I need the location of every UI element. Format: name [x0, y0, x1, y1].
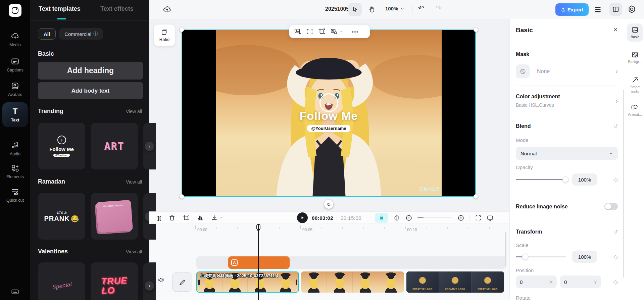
sidebar-item-elements[interactable]: Elements: [0, 164, 30, 180]
track-manager-button[interactable]: [593, 5, 602, 14]
replace-image-button[interactable]: [294, 28, 301, 35]
template-tile-art[interactable]: ART: [91, 123, 138, 169]
sidebar-item-media[interactable]: Media: [0, 32, 30, 48]
cloud-sync-icon[interactable]: [163, 5, 171, 14]
valentines-view-all-link[interactable]: View all: [126, 249, 142, 254]
zoom-in-timeline-button[interactable]: [457, 214, 464, 221]
scale-slider[interactable]: [516, 256, 566, 257]
template-tile-we-should[interactable]: We should remem...: [91, 193, 138, 240]
reduce-noise-toggle[interactable]: [604, 203, 618, 210]
download-button[interactable]: [211, 214, 222, 221]
mask-selector[interactable]: None ›: [516, 64, 618, 78]
more-options-button[interactable]: •••: [352, 29, 359, 34]
overlay-username-text[interactable]: @YourUsername: [307, 125, 350, 132]
resize-handle-top-right[interactable]: [474, 28, 478, 32]
timeline[interactable]: 00:00 00:05 00:10 A 生成梵高风格插画 - 2025-10-0…: [149, 224, 509, 300]
current-time: 00:03:02: [312, 215, 333, 221]
tab-basic[interactable]: Basic: [627, 23, 643, 42]
resize-handle-bottom-left[interactable]: [180, 194, 184, 199]
ramadan-view-all-link[interactable]: View all: [126, 179, 142, 185]
crop-button[interactable]: [183, 214, 190, 221]
app-logo[interactable]: [9, 4, 21, 17]
keyboard-shortcuts-button[interactable]: [0, 287, 30, 296]
position-control: 0 X 0 Y ◇: [516, 276, 618, 288]
filter-commercial[interactable]: Commercial ⓘ: [59, 28, 103, 40]
close-icon[interactable]: ✕: [613, 27, 618, 33]
sidebar-item-quick-cut[interactable]: Quick cut: [0, 187, 30, 203]
timeline-scrollbar[interactable]: [505, 232, 506, 266]
play-button[interactable]: [297, 212, 308, 223]
inspector-scrollbar[interactable]: [623, 90, 624, 278]
add-body-text-button[interactable]: Add body text: [38, 82, 143, 99]
draft-edit-button[interactable]: [172, 272, 192, 292]
split-preview-button[interactable]: [393, 214, 400, 221]
sidebar-item-captions[interactable]: Captions: [0, 57, 30, 73]
filter-all[interactable]: All: [38, 28, 56, 40]
position-x-field[interactable]: 0 X: [516, 276, 557, 288]
settings-button[interactable]: [627, 5, 636, 14]
video-clip[interactable]: [301, 271, 404, 293]
trim-handle-left[interactable]: [198, 280, 200, 285]
panel-layout-button[interactable]: [609, 3, 622, 16]
sidebar-item-text[interactable]: T Text: [2, 102, 28, 127]
trending-view-all-link[interactable]: View all: [126, 109, 142, 114]
scale-value-field[interactable]: 100%: [572, 251, 597, 263]
preview-display-button[interactable]: [487, 214, 494, 221]
reset-blend-icon[interactable]: ↺: [613, 123, 618, 130]
text-clip[interactable]: A: [228, 256, 290, 269]
position-keyframe-icon[interactable]: ◇: [613, 279, 618, 286]
tab-text-effects[interactable]: Text effects: [100, 5, 134, 12]
template-tile-special[interactable]: Special: [38, 262, 85, 300]
tab-background[interactable]: Backgr...: [626, 51, 644, 64]
tab-animation[interactable]: Animat...: [626, 104, 644, 117]
cursor-tool-button[interactable]: [348, 3, 362, 16]
opacity-slider[interactable]: [516, 179, 566, 180]
split-clip-button[interactable]: ][: [157, 215, 161, 221]
pip-button[interactable]: [330, 28, 342, 35]
video-clip-selected[interactable]: 生成梵高风格插画 - 2025-10-03T235711.4: [196, 271, 299, 293]
ratio-button[interactable]: Ratio: [154, 24, 175, 46]
logo-video-clip[interactable]: CREATIVE LOGO CREATIVE LOGO CREATIVE LOG…: [406, 271, 504, 293]
tab-text-templates[interactable]: Text templates: [39, 5, 81, 12]
video-canvas[interactable]: ♪ Follow Me @YourUsername 豆包AI生成 ↻: [182, 30, 476, 196]
position-y-field[interactable]: 0 Y: [560, 276, 601, 288]
crop-button[interactable]: [318, 28, 326, 35]
hand-tool-button[interactable]: [366, 3, 378, 15]
scale-slider-thumb[interactable]: [522, 254, 528, 260]
sidebar-item-avatars[interactable]: Avatars: [0, 82, 30, 98]
opacity-slider-thumb[interactable]: [562, 177, 568, 183]
template-tile-prank[interactable]: it's a PRANK 😂: [38, 193, 85, 240]
opacity-keyframe-icon[interactable]: ◇: [613, 176, 618, 183]
export-button[interactable]: Export: [555, 3, 589, 16]
rotate-handle[interactable]: ↻: [324, 200, 333, 209]
template-tile-true-love[interactable]: TRUE LO: [91, 262, 138, 300]
trim-handle-right[interactable]: [296, 280, 297, 285]
reset-transform-icon[interactable]: ↺: [613, 229, 618, 235]
opacity-value-field[interactable]: 100%: [572, 173, 597, 186]
fit-frame-button[interactable]: [306, 28, 313, 35]
overlay-title-text[interactable]: Follow Me: [182, 109, 476, 122]
canvas-zoom-control[interactable]: 100%: [385, 6, 404, 11]
undo-button[interactable]: ↶: [418, 4, 424, 12]
sidebar-item-label: Media: [9, 43, 21, 48]
fullscreen-button[interactable]: [475, 214, 482, 221]
sidebar-item-audio[interactable]: Audio: [0, 141, 30, 157]
add-heading-button[interactable]: Add heading: [38, 62, 143, 80]
valentines-next-button[interactable]: ›: [145, 281, 154, 291]
resize-handle-top-left[interactable]: [180, 28, 184, 32]
blend-mode-dropdown[interactable]: Normal: [516, 147, 618, 160]
zoom-out-timeline-button[interactable]: [405, 214, 412, 221]
trending-next-button[interactable]: ›: [145, 142, 154, 151]
tab-smart-tools[interactable]: Smart tools: [626, 76, 644, 94]
delete-button[interactable]: [168, 214, 176, 221]
template-tile-follow-me[interactable]: ♪ Follow Me @YourUse..: [38, 123, 85, 169]
clip-thumbnail: [378, 271, 404, 293]
scale-keyframe-icon[interactable]: ◇: [613, 253, 618, 260]
timeline-zoom-slider[interactable]: [417, 217, 452, 218]
mute-track-button[interactable]: [157, 276, 165, 284]
resize-handle-bottom-right[interactable]: [474, 194, 478, 199]
auto-cut-tool-button[interactable]: [375, 213, 388, 223]
redo-button[interactable]: ↷: [436, 4, 442, 12]
color-adjustment-row[interactable]: Color adjustment › Basic,HSL,Curves: [516, 94, 618, 108]
mirror-flip-button[interactable]: [197, 214, 204, 221]
